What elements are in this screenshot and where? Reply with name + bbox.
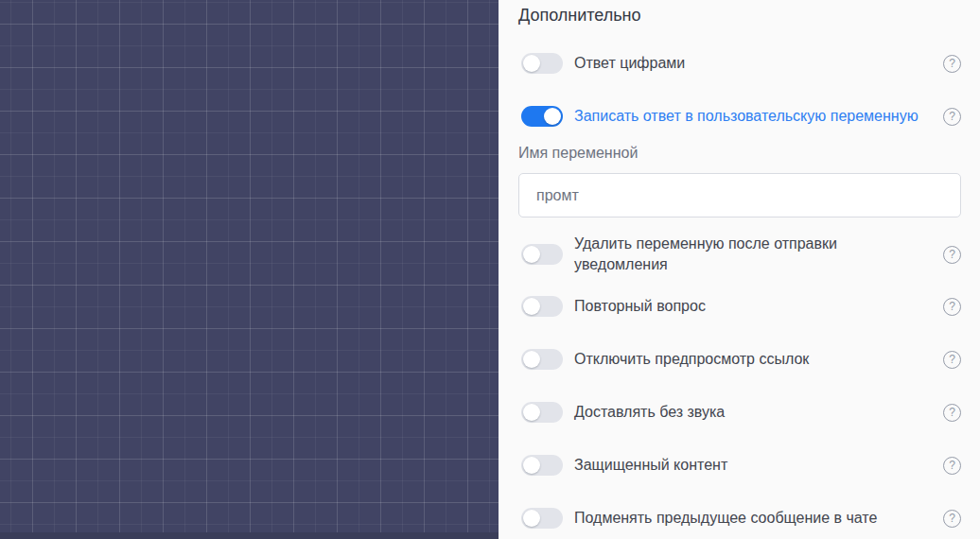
toggle-protected-content[interactable] <box>521 455 563 476</box>
toggle-save-answer-to-variable[interactable] <box>521 106 563 127</box>
help-icon[interactable]: ? <box>943 457 961 475</box>
canvas-bottom-strip <box>0 532 499 539</box>
help-icon[interactable]: ? <box>943 108 961 126</box>
toggle-row-protected-content: Защищенный контент ? <box>518 455 961 476</box>
toggle-row-repeat-question: Повторный вопрос ? <box>518 296 961 317</box>
toggle-label: Отключить предпросмотр ссылок <box>574 349 809 370</box>
help-icon[interactable]: ? <box>943 246 961 264</box>
toggle-row-replace-previous-message: Подменять предыдущее сообщение в чате ? <box>518 508 961 529</box>
toggle-knob <box>523 246 540 263</box>
toggle-knob <box>523 298 540 315</box>
help-icon[interactable]: ? <box>943 510 961 528</box>
help-icon[interactable]: ? <box>943 55 961 73</box>
help-icon[interactable]: ? <box>943 351 961 369</box>
help-icon[interactable]: ? <box>943 298 961 316</box>
variable-name-input[interactable] <box>518 173 961 217</box>
toggle-label: Доставлять без звука <box>574 402 725 423</box>
toggle-row-silent-delivery: Доставлять без звука ? <box>518 402 961 423</box>
toggle-knob <box>523 55 540 72</box>
toggle-knob <box>523 351 540 368</box>
toggle-replace-previous-message[interactable] <box>521 508 563 529</box>
toggle-repeat-question[interactable] <box>521 296 563 317</box>
toggle-label: Подменять предыдущее сообщение в чате <box>574 508 877 529</box>
toggle-knob <box>523 457 540 474</box>
toggle-label: Ответ цифрами <box>574 53 685 74</box>
panel-title: Дополнительно <box>518 4 961 26</box>
toggle-label: Защищенный контент <box>574 455 727 476</box>
toggle-numeric-answer[interactable] <box>521 53 563 74</box>
toggle-label: Удалить переменную после отправки уведом… <box>574 234 896 275</box>
toggle-knob <box>523 404 540 421</box>
toggle-row-disable-link-preview: Отключить предпросмотр ссылок ? <box>518 349 961 370</box>
toggle-row-save-answer-to-variable: Записать ответ в пользовательскую переме… <box>518 106 961 127</box>
toggle-row-delete-variable-after-send: Удалить переменную после отправки уведом… <box>518 234 961 275</box>
toggle-knob <box>523 510 540 527</box>
variable-name-label: Имя переменной <box>518 143 961 164</box>
settings-panel: Дополнительно Ответ цифрами ? Записать о… <box>499 0 980 539</box>
toggle-delete-variable-after-send[interactable] <box>521 244 563 265</box>
toggle-label: Записать ответ в пользовательскую переме… <box>574 106 919 127</box>
flow-canvas[interactable] <box>0 0 499 539</box>
help-icon[interactable]: ? <box>943 404 961 422</box>
toggle-label: Повторный вопрос <box>574 296 706 317</box>
toggle-silent-delivery[interactable] <box>521 402 563 423</box>
toggle-disable-link-preview[interactable] <box>521 349 563 370</box>
toggle-row-numeric-answer: Ответ цифрами ? <box>518 53 961 74</box>
toggle-knob <box>544 108 561 125</box>
